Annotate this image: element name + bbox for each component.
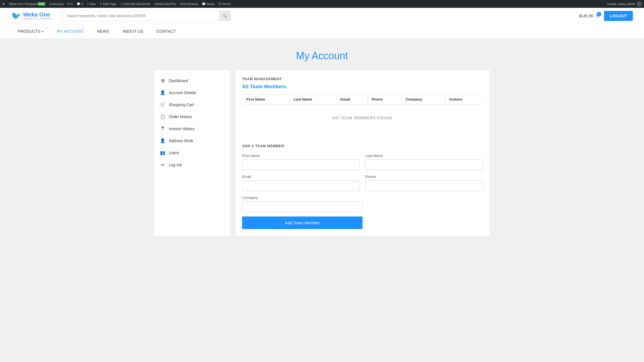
site-name: Weka One Template (9, 2, 37, 6)
customize-link[interactable]: Customize (49, 2, 64, 6)
col-last-name: Last Name (290, 94, 336, 104)
shopping-cart-icon: 🛒 (160, 102, 165, 107)
cart-amount: $145.95 (579, 14, 593, 18)
cart-badge: 2 (597, 12, 601, 16)
sidebar-label-shopping-cart: Shopping Cart (169, 103, 194, 107)
products-label: PRODUCTS (18, 29, 41, 34)
about-us-label: ABOUT US (123, 29, 143, 34)
invoice-history-icon: 📍 (160, 126, 165, 131)
edit-page-link[interactable]: ✎ Edit Page (100, 2, 117, 6)
edit-elementor-link[interactable]: ⬡ Edit with Elementor (120, 2, 151, 6)
new-link[interactable]: + New (87, 2, 96, 6)
dashboard-icon: ⊞ (160, 78, 165, 83)
sidebar-label-address-book: Address Book (169, 139, 193, 143)
logout-icon: ⇐ (160, 162, 165, 167)
company-group: Company (242, 196, 363, 212)
comments-icon: 💬 (77, 2, 80, 6)
admin-bar: ⚙ Weka One Template Live Customize ⟳ 6 💬… (0, 0, 644, 8)
sidebar-label-logout: Log out (169, 163, 182, 167)
sidebar-item-shopping-cart[interactable]: 🛒 Shopping Cart (154, 99, 230, 111)
nav-contact[interactable]: CONTACT (150, 24, 183, 39)
users-icon: 👥 (160, 150, 165, 155)
smartcrawl-link[interactable]: SmartCrawl Pro (154, 2, 176, 6)
col-email: Email (336, 94, 368, 104)
test-schema-link[interactable]: Test Schema (180, 2, 198, 6)
page-title: My Account (11, 50, 633, 62)
avatar (637, 1, 642, 6)
team-table: First Name Last Name Email Phone Company… (242, 94, 483, 131)
company-input[interactable] (242, 201, 363, 212)
first-name-group: First Name (242, 154, 360, 170)
products-chevron-icon: ▾ (42, 30, 43, 33)
section-divider (242, 138, 483, 138)
main-content: TEAM MANAGEMENT All Team Members First N… (235, 70, 490, 236)
news-label: NEWS (97, 29, 109, 34)
last-name-label: Last Name (365, 154, 483, 158)
smartcrawl-label: SmartCrawl Pro (154, 2, 176, 6)
sidebar-label-users: Users (169, 151, 179, 155)
nav-about-us[interactable]: ABOUT US (116, 24, 150, 39)
forms-icon: ☰ (218, 2, 221, 6)
nav-news[interactable]: NEWS (90, 24, 116, 39)
page-content: My Account ⊞ Dashboard 👤 Account Details… (0, 39, 644, 361)
add-team-member-button[interactable]: Add Team Member (242, 216, 363, 229)
logo-text: Weka One WEBSITE & PORTAL (23, 11, 52, 20)
forms-link[interactable]: ☰ Forms (218, 2, 231, 6)
sidebar-item-dashboard[interactable]: ⊞ Dashboard (154, 75, 230, 87)
col-actions: Actions (445, 94, 483, 104)
comments-link[interactable]: 💬 0 (77, 2, 83, 6)
account-layout: ⊞ Dashboard 👤 Account Details 🛒 Shopping… (154, 70, 490, 236)
updates-link[interactable]: ⟳ 6 (68, 2, 73, 6)
sidebar-item-invoice-history[interactable]: 📍 Invoice History (154, 123, 230, 135)
site-header: 🐦 Weka One WEBSITE & PORTAL 🔍 $145.95 🛒 … (0, 8, 644, 24)
cart-area: $145.95 🛒 2 (579, 14, 600, 18)
forms-label: Forms (222, 2, 231, 6)
logo-link[interactable]: 🐦 Weka One WEBSITE & PORTAL (11, 11, 52, 20)
updates-icon: ⟳ (68, 2, 70, 6)
email-input[interactable] (242, 180, 360, 191)
live-badge: Live (37, 2, 45, 6)
main-nav: PRODUCTS ▾ MY ACCOUNT NEWS ABOUT US CONT… (0, 24, 644, 39)
logout-button[interactable]: LOGOUT (604, 11, 633, 21)
phone-input[interactable] (365, 180, 483, 191)
sidebar-item-order-history[interactable]: 📋 Order History (154, 111, 230, 123)
last-name-input[interactable] (365, 159, 483, 170)
team-table-head: First Name Last Name Email Phone Company… (242, 94, 483, 104)
plus-icon: + (87, 2, 89, 6)
notes-link[interactable]: 💬 Notes (202, 2, 215, 6)
sidebar-label-order-history: Order History (169, 115, 192, 119)
test-schema-label: Test Schema (180, 2, 198, 6)
team-subsection-title: All Team Members (242, 84, 483, 90)
sidebar-item-logout[interactable]: ⇐ Log out (154, 159, 230, 171)
sidebar-label-invoice-history: Invoice History (169, 127, 195, 131)
nav-my-account[interactable]: MY ACCOUNT (50, 24, 90, 39)
notes-icon: 💬 (202, 2, 206, 6)
sidebar-label-account-details: Account Details (169, 90, 196, 95)
phone-label: Phone (365, 175, 483, 179)
search-button[interactable]: 🔍 (219, 11, 231, 21)
nav-products[interactable]: PRODUCTS ▾ (11, 24, 50, 39)
col-phone: Phone (368, 94, 401, 104)
name-row: First Name Last Name (242, 154, 483, 170)
edit-elementor-label: Edit with Elementor (124, 2, 151, 6)
sidebar-item-users[interactable]: 👥 Users (154, 147, 230, 159)
wp-icon-link[interactable]: ⚙ (2, 2, 5, 6)
elementor-icon: ⬡ (120, 2, 123, 6)
account-details-icon: 👤 (160, 90, 165, 95)
table-header-row: First Name Last Name Email Phone Company… (242, 94, 483, 104)
howdy-text: Howdy, weka_admin (607, 1, 642, 6)
site-name-link[interactable]: Weka One Template Live (9, 2, 45, 6)
cart-icon-wrap[interactable]: 🛒 2 (595, 14, 600, 18)
first-name-input[interactable] (242, 159, 360, 170)
sidebar-item-address-book[interactable]: 👤 Address Book (154, 135, 230, 147)
phone-group: Phone (365, 175, 483, 191)
brand-name: Weka One (23, 11, 52, 18)
my-account-label: MY ACCOUNT (57, 29, 84, 34)
search-icon: 🔍 (222, 14, 227, 18)
edit-page-label: Edit Page (103, 2, 117, 6)
search-input[interactable] (63, 11, 231, 21)
sidebar: ⊞ Dashboard 👤 Account Details 🛒 Shopping… (154, 70, 230, 236)
sidebar-item-account-details[interactable]: 👤 Account Details (154, 87, 230, 99)
tagline: WEBSITE & PORTAL (23, 18, 52, 20)
col-first-name: First Name (242, 94, 290, 104)
